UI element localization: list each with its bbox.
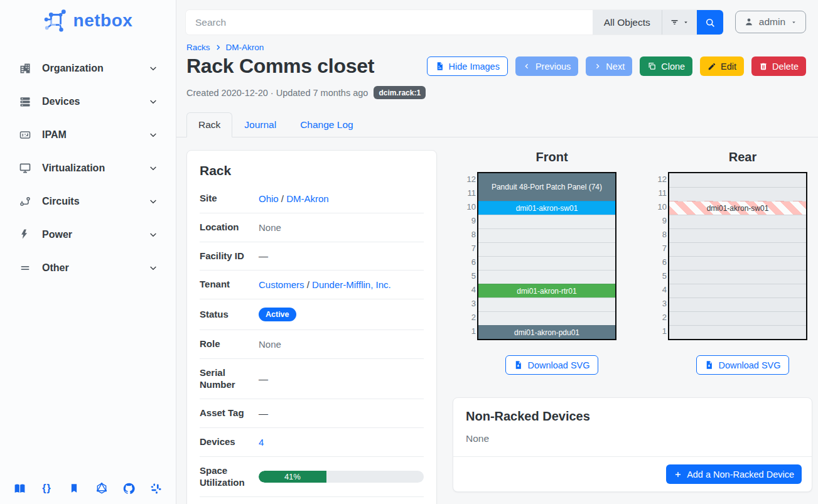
unit-number: 5	[653, 269, 668, 282]
unit-number: 1	[653, 324, 668, 338]
netbox-wordmark: netbox	[73, 11, 133, 31]
sidebar-item-virtualization[interactable]: Virtualization	[0, 151, 176, 185]
link-dm-akron[interactable]: DM-Akron	[286, 193, 329, 204]
empty-unit-u5[interactable]	[478, 270, 615, 284]
empty-unit-u8[interactable]	[478, 228, 615, 242]
sidebar-footer-links: {}	[13, 481, 163, 495]
empty-unit-u1[interactable]	[669, 325, 806, 339]
rack-details-card: Rack SiteOhio / DM-AkronLocationNoneFaci…	[186, 150, 437, 504]
breadcrumb-link-racks[interactable]: Racks	[186, 43, 210, 52]
sidebar-item-power[interactable]: Power	[0, 218, 176, 251]
unit-number: 11	[462, 186, 477, 200]
slack-icon[interactable]	[149, 481, 163, 495]
caret-down-icon	[790, 19, 797, 26]
empty-unit-u7[interactable]	[478, 242, 615, 256]
user-menu-button[interactable]: admin	[735, 11, 806, 33]
chevron-down-icon	[148, 230, 158, 240]
empty-unit-u7[interactable]	[669, 242, 806, 256]
empty-unit-u2[interactable]	[478, 311, 615, 325]
sidebar-item-devices[interactable]: Devices	[0, 85, 176, 118]
status-badge: Active	[259, 308, 296, 321]
empty-unit-u11[interactable]	[669, 187, 806, 201]
github-icon[interactable]	[122, 481, 136, 495]
tab-bar: RackJournalChange Log	[176, 112, 818, 137]
delete-button[interactable]: Delete	[751, 56, 806, 76]
chevron-down-icon	[148, 63, 158, 73]
download-svg-front-button[interactable]: Download SVG	[505, 355, 598, 375]
graphql-icon[interactable]	[95, 481, 109, 495]
copy-icon	[647, 62, 657, 71]
rear-elevation-title: Rear	[673, 150, 812, 164]
breadcrumb: RacksDM-Akron	[176, 35, 818, 52]
download-svg-rear-button[interactable]: Download SVG	[696, 355, 788, 375]
rack-device-dmi01-akron-sw01[interactable]: dmi01-akron-sw01	[669, 201, 806, 215]
link-devices-count[interactable]: 4	[259, 437, 264, 448]
rack-device-panduit-48-port-patch-panel-74[interactable]: Panduit 48-Port Patch Panel (74)	[478, 173, 615, 201]
search-submit-button[interactable]	[697, 10, 723, 35]
netbox-logo[interactable]: netbox	[0, 0, 176, 38]
empty-unit-u12[interactable]	[669, 173, 806, 187]
trash-icon	[759, 62, 768, 71]
link-customers[interactable]: Customers	[259, 279, 304, 290]
sidebar-menu: OrganizationDevicesIPAMVirtualizationCir…	[0, 51, 176, 284]
empty-unit-u3[interactable]	[478, 298, 615, 311]
link-dunder-mifflin-inc[interactable]: Dunder-Mifflin, Inc.	[312, 279, 391, 290]
user-label: admin	[759, 16, 785, 28]
rack-device-dmi01-akron-pdu01[interactable]: dmi01-akron-pdu01	[478, 325, 615, 339]
rack-device-dmi01-akron-sw01[interactable]: dmi01-akron-sw01	[478, 201, 615, 215]
attr-value: None	[259, 222, 281, 233]
counter-icon	[19, 129, 31, 141]
netbox-logo-icon	[43, 9, 67, 33]
unit-number: 2	[462, 310, 477, 324]
edit-button[interactable]: Edit	[700, 56, 744, 76]
next-button[interactable]: Next	[586, 56, 632, 76]
sidebar-item-organization[interactable]: Organization	[0, 51, 176, 85]
docs-book-icon[interactable]	[13, 481, 26, 495]
search-input[interactable]	[186, 10, 593, 35]
tab-change-log[interactable]: Change Log	[288, 112, 365, 137]
attr-value: None	[259, 339, 281, 350]
code-braces-icon[interactable]: {}	[40, 481, 54, 495]
sidebar-item-other[interactable]: Other	[0, 251, 176, 284]
attr-row-tenant: TenantCustomers / Dunder-Mifflin, Inc.	[200, 271, 424, 299]
tab-journal[interactable]: Journal	[232, 112, 288, 137]
global-search: All Objects	[186, 10, 723, 35]
unit-number: 6	[462, 255, 477, 269]
chevron-down-icon	[148, 196, 158, 206]
sidebar-item-circuits[interactable]: Circuits	[0, 185, 176, 218]
sidebar-item-label: Power	[42, 229, 137, 240]
unit-number: 4	[653, 282, 668, 296]
rack-device-dmi01-akron-rtr01[interactable]: dmi01-akron-rtr01	[478, 284, 615, 298]
chevron-down-icon	[148, 97, 158, 107]
breadcrumb-link-dm-akron[interactable]: DM-Akron	[226, 43, 264, 52]
front-elevation: Front 121110987654321 Panduit 48-Port Pa…	[462, 150, 622, 375]
rack-elevations: Front 121110987654321 Panduit 48-Port Pa…	[453, 150, 812, 375]
search-scope-button[interactable]: All Objects	[593, 10, 662, 35]
empty-unit-u9[interactable]	[478, 215, 615, 228]
empty-unit-u4[interactable]	[669, 284, 806, 298]
empty-unit-u9[interactable]	[669, 215, 806, 228]
tab-rack[interactable]: Rack	[186, 112, 232, 137]
sidebar-item-ipam[interactable]: IPAM	[0, 118, 176, 151]
hide-images-button[interactable]: Hide Images	[427, 56, 508, 76]
caret-down-icon	[682, 19, 689, 26]
link-ohio[interactable]: Ohio	[259, 193, 279, 204]
unit-number: 6	[653, 255, 668, 269]
unit-number: 7	[653, 241, 668, 255]
unit-number: 5	[462, 269, 477, 282]
non-racked-devices-title: Non-Racked Devices	[466, 409, 799, 424]
empty-unit-u6[interactable]	[669, 256, 806, 270]
bookmark-icon[interactable]	[67, 481, 81, 495]
add-non-racked-device-button[interactable]: Add a Non-Racked Device	[666, 464, 802, 484]
clone-button[interactable]: Clone	[640, 56, 692, 76]
empty-unit-u2[interactable]	[669, 311, 806, 325]
previous-button[interactable]: Previous	[515, 56, 578, 76]
empty-unit-u5[interactable]	[669, 270, 806, 284]
empty-unit-u3[interactable]	[669, 298, 806, 311]
attr-row-power-utilization: Power Utilization0%	[200, 497, 424, 504]
non-racked-devices-card: Non-Racked Devices None Add a Non-Racked…	[453, 397, 812, 492]
search-filter-dropdown[interactable]	[662, 10, 697, 35]
unit-number: 9	[462, 213, 477, 227]
empty-unit-u8[interactable]	[669, 228, 806, 242]
empty-unit-u6[interactable]	[478, 256, 615, 270]
